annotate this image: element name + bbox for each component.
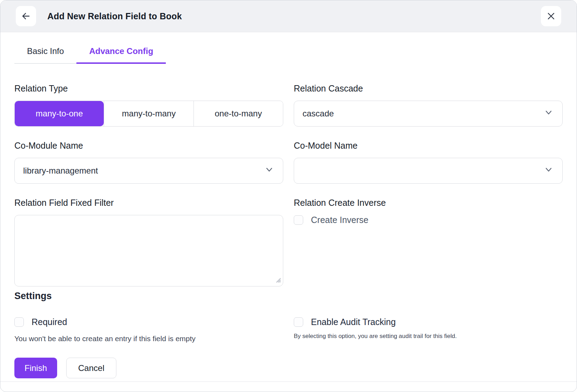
add-relation-field-modal: Add New Relation Field to Book Basic Inf… <box>0 0 577 392</box>
relation-type-option-many-to-many[interactable]: many-to-many <box>104 101 193 126</box>
relation-cascade-field: Relation Cascade cascade <box>294 83 563 127</box>
back-arrow-icon <box>21 11 31 21</box>
co-module-name-select[interactable]: library-management <box>14 158 283 184</box>
modal-header: Add New Relation Field to Book <box>0 0 577 32</box>
settings-grid: Required You won't be able to create an … <box>14 317 563 343</box>
relation-type-label: Relation Type <box>14 83 283 94</box>
chevron-down-icon <box>543 107 554 120</box>
tab-advance-config[interactable]: Advance Config <box>76 46 166 64</box>
co-model-name-label: Co-Model Name <box>294 141 563 151</box>
audit-tracking-checkbox-row[interactable]: Enable Audit Tracking <box>294 317 563 327</box>
modal-title: Add New Relation Field to Book <box>47 11 182 21</box>
required-checkbox-row[interactable]: Required <box>14 317 283 327</box>
form-content: Relation Type many-to-one many-to-many o… <box>0 64 577 343</box>
create-inverse-field: Relation Create Inverse Create Inverse <box>294 198 563 225</box>
chevron-down-icon <box>543 164 554 177</box>
co-module-name-field: Co-Module Name library-management <box>14 141 283 184</box>
audit-tracking-setting: Enable Audit Tracking By selecting this … <box>294 317 563 340</box>
fixed-filter-textarea[interactable] <box>14 215 283 286</box>
tab-basic-info[interactable]: Basic Info <box>14 46 76 64</box>
required-checkbox-label: Required <box>32 317 67 327</box>
footer-divider <box>0 381 577 382</box>
form-grid: Relation Type many-to-one many-to-many o… <box>14 83 563 286</box>
audit-tracking-checkbox-label: Enable Audit Tracking <box>311 317 396 327</box>
chevron-down-icon <box>264 164 274 177</box>
required-helper-text: You won't be able to create an entry if … <box>14 334 283 343</box>
relation-cascade-value: cascade <box>303 109 334 119</box>
fixed-filter-label: Relation Field Fixed Filter <box>14 198 283 208</box>
settings-heading: Settings <box>14 291 563 302</box>
audit-tracking-helper-text: By selecting this option, you are settin… <box>294 333 563 340</box>
fixed-filter-field: Relation Field Fixed Filter <box>14 198 283 286</box>
relation-type-segmented-control: many-to-one many-to-many one-to-many <box>14 101 283 127</box>
co-module-name-value: library-management <box>23 166 98 176</box>
back-button[interactable] <box>16 6 36 26</box>
create-inverse-label: Relation Create Inverse <box>294 198 563 208</box>
create-inverse-checkbox[interactable] <box>294 215 303 225</box>
relation-type-field: Relation Type many-to-one many-to-many o… <box>14 83 283 127</box>
create-inverse-checkbox-row[interactable]: Create Inverse <box>294 215 563 225</box>
co-model-name-select[interactable] <box>294 158 563 184</box>
relation-type-option-one-to-many[interactable]: one-to-many <box>194 101 283 126</box>
required-checkbox[interactable] <box>14 317 24 327</box>
cancel-button[interactable]: Cancel <box>66 358 116 378</box>
relation-type-option-many-to-one[interactable]: many-to-one <box>15 101 104 126</box>
finish-button[interactable]: Finish <box>14 358 57 378</box>
relation-cascade-label: Relation Cascade <box>294 83 563 94</box>
create-inverse-checkbox-label: Create Inverse <box>311 215 368 225</box>
audit-tracking-checkbox[interactable] <box>294 317 303 327</box>
co-module-name-label: Co-Module Name <box>14 141 283 151</box>
close-button[interactable] <box>541 6 561 26</box>
required-setting: Required You won't be able to create an … <box>14 317 283 343</box>
relation-cascade-select[interactable]: cascade <box>294 101 563 127</box>
tab-bar: Basic Info Advance Config <box>0 46 577 64</box>
action-buttons: Finish Cancel <box>0 358 577 378</box>
close-icon <box>547 12 556 21</box>
co-model-name-field: Co-Model Name <box>294 141 563 184</box>
